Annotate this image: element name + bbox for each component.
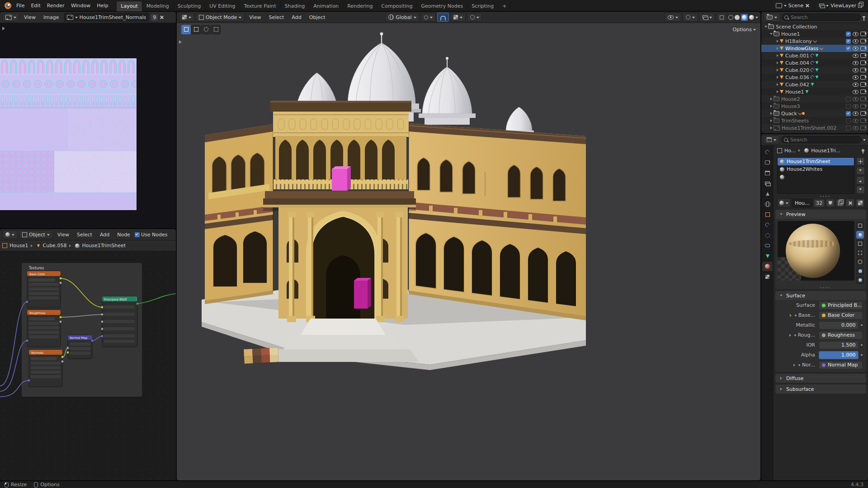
- missing-texture-entrance[interactable]: [354, 278, 371, 309]
- editor-type-shader-button[interactable]: [2, 230, 18, 239]
- image-menu-image[interactable]: Image: [40, 14, 62, 21]
- animate-dot-icon[interactable]: [861, 344, 863, 346]
- new-material-button[interactable]: [836, 199, 844, 207]
- transform-orientation-dropdown[interactable]: Global: [385, 13, 419, 22]
- view-menu[interactable]: View: [246, 14, 264, 21]
- fake-user-button[interactable]: [826, 199, 835, 207]
- preview-panel-header[interactable]: Preview: [775, 210, 866, 219]
- unlink-scene-icon[interactable]: [805, 4, 809, 8]
- outliner-row-house1-collection[interactable]: House1: [761, 30, 868, 38]
- render-camera-icon[interactable]: [860, 75, 866, 80]
- animate-dot-icon[interactable]: [861, 354, 863, 356]
- node-normals-texture[interactable]: Normals: [28, 350, 64, 387]
- menu-render[interactable]: Render: [44, 2, 68, 9]
- disclosure-icon[interactable]: [769, 105, 774, 108]
- disclosure-icon[interactable]: [769, 127, 774, 129]
- tab-layout[interactable]: Layout: [117, 1, 142, 11]
- tab-object[interactable]: [762, 210, 773, 219]
- tab-output[interactable]: [762, 168, 773, 178]
- breadcrumb-material[interactable]: House1Tri...: [811, 148, 840, 154]
- hide-eye-icon[interactable]: [853, 126, 859, 130]
- select-menu[interactable]: Select: [265, 14, 287, 21]
- trimsheet-ground-swatch[interactable]: [244, 347, 279, 364]
- render-camera-icon[interactable]: [860, 32, 866, 36]
- tab-render[interactable]: [762, 158, 773, 167]
- outliner-row-cube042[interactable]: Cube.042: [761, 81, 868, 88]
- editor-type-properties-button[interactable]: [764, 135, 779, 144]
- node-normal-map[interactable]: Normal Map: [67, 335, 94, 359]
- tab-physics[interactable]: [762, 230, 773, 240]
- node-menu-view[interactable]: View: [54, 231, 72, 239]
- exclude-checkbox[interactable]: [846, 46, 851, 51]
- editor-type-3d-button[interactable]: [179, 13, 194, 22]
- menu-file[interactable]: File: [13, 2, 28, 9]
- disclosure-icon[interactable]: [769, 98, 774, 100]
- tab-object-data[interactable]: [762, 251, 773, 261]
- breadcrumb-mesh[interactable]: Cube.058: [42, 243, 66, 249]
- filter-icon[interactable]: [862, 16, 866, 20]
- outliner-row-house3[interactable]: House3: [761, 103, 868, 110]
- render-camera-icon[interactable]: [860, 111, 866, 116]
- node-menu-node[interactable]: Node: [114, 231, 133, 239]
- tab-uv-editing[interactable]: UV Editing: [205, 1, 240, 11]
- outliner-search-input[interactable]: [782, 14, 861, 21]
- shading-solid-button[interactable]: [735, 15, 740, 20]
- proportional-edit-dropdown[interactable]: [467, 13, 482, 22]
- xray-toggle[interactable]: [717, 13, 727, 22]
- outliner-row-cube020[interactable]: Cube.020: [761, 66, 868, 74]
- shader-type-dropdown[interactable]: Object: [19, 230, 53, 239]
- render-camera-icon[interactable]: [860, 39, 866, 43]
- outliner-row-house2[interactable]: House2: [761, 95, 868, 103]
- render-camera-icon[interactable]: [860, 61, 866, 65]
- editor-type-image-button[interactable]: [2, 13, 19, 22]
- tab-view-layer[interactable]: [762, 178, 773, 188]
- disclosure-icon[interactable]: [775, 40, 780, 42]
- object-menu[interactable]: Object: [306, 14, 329, 21]
- render-camera-icon[interactable]: [860, 126, 866, 130]
- tab-modeling[interactable]: Modeling: [142, 1, 174, 11]
- snap-settings-dropdown[interactable]: [450, 13, 466, 22]
- disclosure-icon[interactable]: [775, 76, 780, 79]
- exclude-checkbox[interactable]: [846, 118, 851, 123]
- tab-shading[interactable]: Shading: [281, 1, 310, 11]
- preview-fluid-button[interactable]: [856, 267, 864, 275]
- hide-eye-icon[interactable]: [853, 39, 859, 43]
- add-workspace-button[interactable]: +: [498, 1, 511, 11]
- browse-material-button[interactable]: [777, 198, 791, 207]
- menu-edit[interactable]: Edit: [28, 2, 43, 9]
- node-menu-add[interactable]: Add: [97, 231, 113, 239]
- exclude-checkbox[interactable]: [846, 39, 851, 44]
- disclosure-icon[interactable]: [769, 112, 774, 115]
- exclude-checkbox[interactable]: [846, 126, 851, 131]
- ior-slider[interactable]: 1.500: [819, 341, 859, 349]
- node-menu-select[interactable]: Select: [74, 231, 95, 239]
- unlink-material-button[interactable]: [846, 199, 854, 207]
- node-editor-toggle-button[interactable]: [856, 199, 864, 207]
- render-camera-icon[interactable]: [860, 46, 866, 51]
- disclosure-icon[interactable]: [775, 83, 780, 86]
- metallic-slider[interactable]: 0.000: [819, 321, 859, 329]
- outliner-row-house1-object[interactable]: House1: [761, 88, 868, 95]
- viewport-canvas[interactable]: Options: [177, 23, 760, 480]
- tab-geometry-nodes[interactable]: Geometry Nodes: [417, 1, 467, 11]
- node-principled-bsdf[interactable]: Principled BSDF: [101, 296, 139, 347]
- resize-handle[interactable]: [775, 286, 866, 289]
- disclosure-icon[interactable]: [775, 61, 780, 64]
- shading-material-preview-button[interactable]: [741, 14, 748, 21]
- animate-dot-icon[interactable]: [861, 324, 863, 326]
- disclosure-icon[interactable]: [788, 334, 793, 337]
- base-color-attribute[interactable]: Base Color: [819, 311, 863, 319]
- normal-map-image[interactable]: [0, 58, 137, 210]
- exclude-checkbox[interactable]: [846, 97, 851, 102]
- shading-wireframe-button[interactable]: [728, 15, 733, 20]
- overlays-dropdown[interactable]: [699, 13, 715, 22]
- image-editor-canvas[interactable]: [0, 23, 176, 228]
- menu-help[interactable]: Help: [94, 2, 111, 9]
- hide-eye-icon[interactable]: [853, 104, 859, 108]
- outliner-row-scene-collection[interactable]: Scene Collection: [761, 23, 868, 30]
- outliner-row-cube004[interactable]: Cube.004: [761, 59, 868, 66]
- expand-sidebar-arrow-icon[interactable]: [2, 27, 7, 30]
- tab-scene[interactable]: [762, 189, 773, 198]
- outliner-row-h1balcony[interactable]: H1Balcony: [761, 38, 868, 45]
- image-menu-view[interactable]: View: [21, 14, 39, 21]
